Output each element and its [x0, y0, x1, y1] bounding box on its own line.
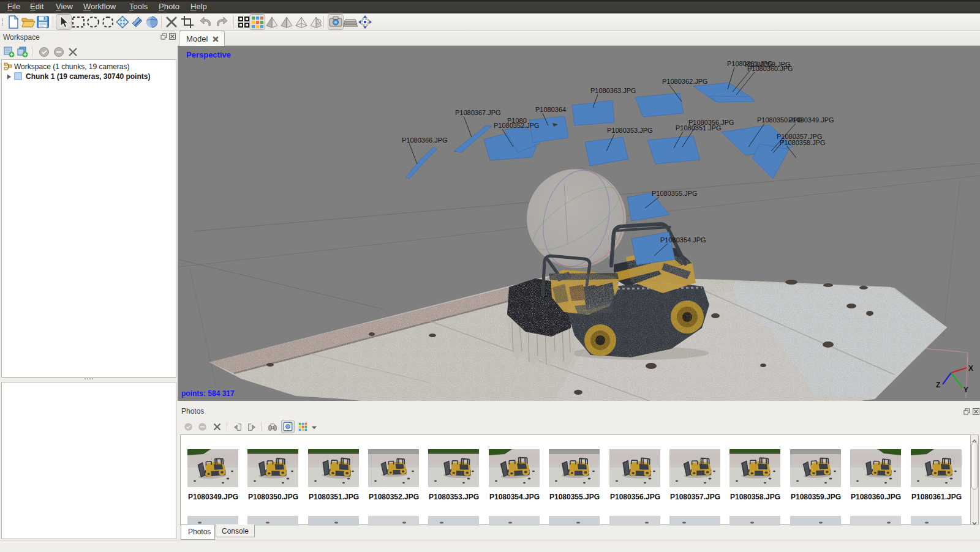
svg-text:X: X — [968, 364, 973, 373]
svg-text:P1080356.JPG: P1080356.JPG — [688, 119, 734, 126]
svg-text:Z: Z — [936, 381, 940, 389]
svg-text:P1080358.JPG: P1080358.JPG — [780, 139, 826, 146]
svg-text:P1080354.JPG: P1080354.JPG — [660, 236, 706, 244]
svg-text:points: 584 317: points: 584 317 — [181, 389, 235, 398]
svg-text:P1080352.JPG: P1080352.JPG — [494, 122, 540, 129]
svg-text:P1080355.JPG: P1080355.JPG — [652, 190, 698, 197]
svg-text:P1080367.JPG: P1080367.JPG — [455, 109, 501, 116]
svg-text:Y: Y — [963, 386, 968, 394]
svg-text:P1080366.JPG: P1080366.JPG — [402, 136, 448, 144]
svg-text:P1080362.JPG: P1080362.JPG — [662, 78, 708, 85]
svg-text:P1080360.JPG: P1080360.JPG — [747, 65, 793, 72]
svg-text:Perspective: Perspective — [186, 50, 231, 59]
svg-text:P1080363.JPG: P1080363.JPG — [590, 87, 636, 94]
svg-text:P1080353.JPG: P1080353.JPG — [607, 127, 653, 134]
svg-text:P1080349.JPG: P1080349.JPG — [788, 116, 834, 124]
svg-text:P1080364: P1080364 — [535, 106, 566, 113]
